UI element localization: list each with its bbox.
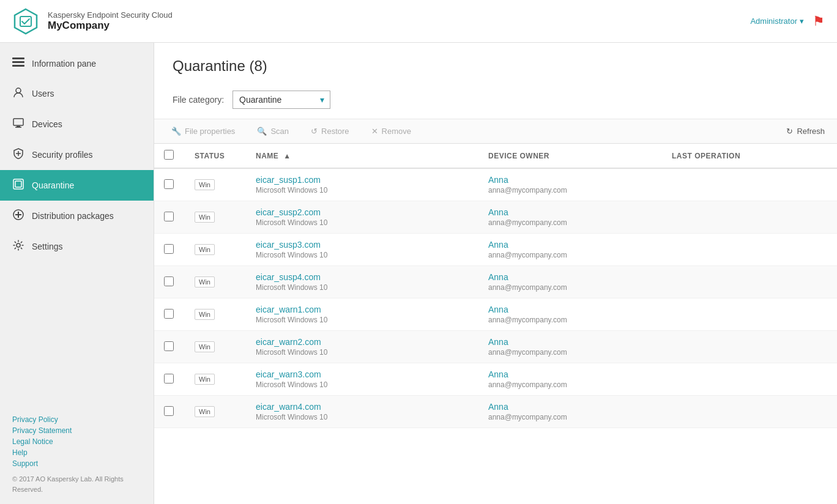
sidebar-item-settings[interactable]: Settings	[0, 231, 154, 262]
win-badge: Win	[195, 179, 215, 190]
quarantine-table: Status NAME ▲ Device owner Last operatio…	[154, 144, 837, 428]
status-column-header: Status	[185, 144, 246, 168]
sidebar-item-label: Information pane	[32, 59, 96, 69]
row-checkbox[interactable]	[164, 341, 174, 351]
row-check-cell	[154, 331, 185, 363]
sidebar-item-security-profiles[interactable]: Security profiles	[0, 139, 154, 170]
owner-name-link[interactable]: Anna	[488, 402, 652, 412]
row-owner-cell: Anna anna@mycompany.com	[478, 201, 662, 234]
svg-rect-3	[12, 61, 24, 63]
refresh-action[interactable]: ↻ Refresh	[786, 127, 825, 136]
row-name-cell: eicar_warn4.com Microsoft Windows 10	[246, 396, 478, 428]
name-column-header[interactable]: NAME ▲	[246, 144, 478, 168]
select-all-checkbox[interactable]	[164, 150, 174, 160]
filter-row: File category: Quarantine Backup	[154, 84, 837, 119]
admin-menu[interactable]: Administrator ▾	[750, 17, 804, 26]
file-name-link[interactable]: eicar_warn3.com	[256, 369, 469, 379]
sidebar-item-users[interactable]: Users	[0, 78, 154, 109]
row-check-cell	[154, 266, 185, 298]
win-badge: Win	[195, 212, 215, 223]
row-status-cell: Win	[185, 168, 246, 201]
users-icon	[12, 87, 24, 100]
security-profiles-icon	[12, 148, 24, 161]
file-os: Microsoft Windows 10	[256, 283, 469, 292]
quarantine-table-container: Status NAME ▲ Device owner Last operatio…	[154, 144, 837, 504]
distribution-packages-icon	[12, 209, 24, 223]
owner-name-link[interactable]: Anna	[488, 369, 652, 379]
sidebar-item-distribution-packages[interactable]: Distribution packages	[0, 201, 154, 231]
row-checkbox[interactable]	[164, 244, 174, 254]
owner-email: anna@mycompany.com	[488, 283, 652, 292]
file-category-select[interactable]: Quarantine Backup	[232, 91, 330, 109]
row-name-cell: eicar_susp4.com Microsoft Windows 10	[246, 266, 478, 298]
row-checkbox[interactable]	[164, 179, 174, 189]
row-checkbox[interactable]	[164, 406, 174, 416]
file-name-link[interactable]: eicar_warn4.com	[256, 402, 469, 412]
logo-icon	[12, 8, 39, 35]
owner-name-link[interactable]: Anna	[488, 207, 652, 217]
owner-name-link[interactable]: Anna	[488, 240, 652, 250]
row-owner-cell: Anna anna@mycompany.com	[478, 396, 662, 428]
row-lastop-cell	[662, 168, 837, 201]
copyright: © 2017 AO Kaspersky Lab. All Rights Rese…	[12, 474, 141, 494]
footer-link-privacy-policy[interactable]: Privacy Policy	[12, 415, 141, 424]
row-name-cell: eicar_warn1.com Microsoft Windows 10	[246, 298, 478, 331]
header-right: Administrator ▾ ⚑	[750, 13, 825, 29]
file-name-link[interactable]: eicar_warn2.com	[256, 337, 469, 347]
svg-point-5	[16, 88, 21, 93]
row-status-cell: Win	[185, 396, 246, 428]
table-row: Win eicar_susp2.com Microsoft Windows 10…	[154, 201, 837, 234]
file-os: Microsoft Windows 10	[256, 251, 469, 259]
file-name-link[interactable]: eicar_susp2.com	[256, 207, 469, 217]
sidebar-item-information-pane[interactable]: Information pane	[0, 49, 154, 78]
table-row: Win eicar_susp1.com Microsoft Windows 10…	[154, 168, 837, 201]
footer-link-help[interactable]: Help	[12, 448, 141, 457]
row-owner-cell: Anna anna@mycompany.com	[478, 298, 662, 331]
footer-link-privacy-statement[interactable]: Privacy Statement	[12, 426, 141, 435]
file-name-link[interactable]: eicar_susp3.com	[256, 240, 469, 250]
table-row: Win eicar_warn1.com Microsoft Windows 10…	[154, 298, 837, 331]
file-name-link[interactable]: eicar_warn1.com	[256, 305, 469, 314]
row-owner-cell: Anna anna@mycompany.com	[478, 266, 662, 298]
row-name-cell: eicar_susp3.com Microsoft Windows 10	[246, 234, 478, 266]
device-owner-column-header: Device owner	[478, 144, 662, 168]
row-check-cell	[154, 168, 185, 201]
row-name-cell: eicar_susp1.com Microsoft Windows 10	[246, 168, 478, 201]
svg-rect-6	[13, 119, 23, 125]
table-header: Status NAME ▲ Device owner Last operatio…	[154, 144, 837, 168]
sidebar-item-label: Distribution packages	[32, 211, 114, 221]
company-name: MyCompany	[48, 20, 173, 32]
svg-rect-12	[15, 181, 21, 187]
owner-name-link[interactable]: Anna	[488, 337, 652, 347]
sidebar-item-devices[interactable]: Devices	[0, 109, 154, 139]
file-category-select-wrapper: Quarantine Backup	[232, 91, 330, 109]
sidebar-item-quarantine[interactable]: Quarantine	[0, 170, 154, 201]
row-checkbox[interactable]	[164, 374, 174, 384]
footer-link-support[interactable]: Support	[12, 459, 141, 468]
file-os: Microsoft Windows 10	[256, 186, 469, 195]
footer-link-legal-notice[interactable]: Legal Notice	[12, 437, 141, 446]
owner-name-link[interactable]: Anna	[488, 305, 652, 314]
sort-arrow-icon: ▲	[283, 152, 291, 160]
file-name-link[interactable]: eicar_susp4.com	[256, 272, 469, 282]
wrench-icon: 🔧	[171, 127, 181, 136]
win-badge: Win	[195, 276, 215, 287]
flag-icon[interactable]: ⚑	[813, 13, 825, 29]
owner-name-link[interactable]: Anna	[488, 175, 652, 185]
sidebar-item-label: Quarantine	[32, 180, 74, 190]
table-row: Win eicar_warn2.com Microsoft Windows 10…	[154, 331, 837, 363]
row-status-cell: Win	[185, 363, 246, 396]
file-name-link[interactable]: eicar_susp1.com	[256, 175, 469, 185]
row-checkbox[interactable]	[164, 212, 174, 221]
owner-name-link[interactable]: Anna	[488, 272, 652, 282]
main-header: Quarantine (8)	[154, 43, 837, 84]
file-os: Microsoft Windows 10	[256, 413, 469, 421]
row-checkbox[interactable]	[164, 309, 174, 319]
toolbar: 🔧 File properties 🔍 Scan ↺ Restore ✕ Rem…	[154, 119, 837, 144]
header: Kaspersky Endpoint Security Cloud MyComp…	[0, 0, 837, 43]
table-row: Win eicar_susp4.com Microsoft Windows 10…	[154, 266, 837, 298]
row-checkbox[interactable]	[164, 276, 174, 286]
row-lastop-cell	[662, 266, 837, 298]
owner-email: anna@mycompany.com	[488, 251, 652, 259]
search-icon: 🔍	[257, 127, 267, 136]
